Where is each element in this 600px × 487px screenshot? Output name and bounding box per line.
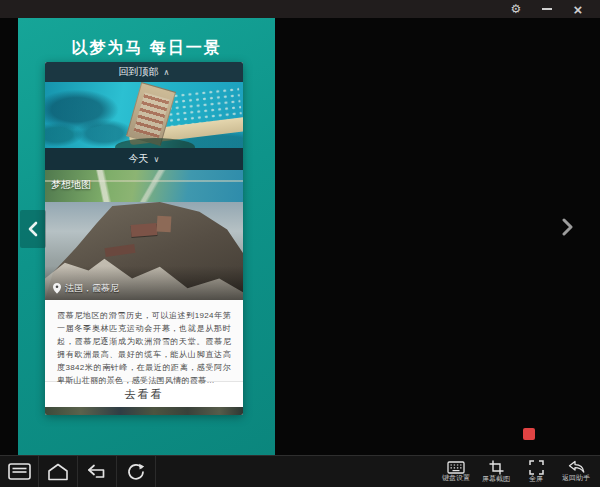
chevron-right-icon xyxy=(561,218,573,236)
today-selector[interactable]: 今天 ∨ xyxy=(45,148,243,170)
settings-gear-icon[interactable]: ⚙ xyxy=(508,2,524,16)
emulator-window: ⚙ × 以梦为马 每日一景 回到顶部 ∧ 今天 ∨ xyxy=(0,0,600,487)
return-assistant-label: 返回助手 xyxy=(562,475,590,482)
chevron-left-icon xyxy=(28,221,38,237)
sea-aerial-photo[interactable] xyxy=(45,82,243,148)
mountain-photo[interactable]: 法国，霞慕尼 xyxy=(45,202,243,300)
screenshot-button[interactable]: 屏幕截图 xyxy=(476,459,516,485)
location-text: 法国，霞慕尼 xyxy=(65,282,119,295)
prev-card-button[interactable] xyxy=(20,210,46,248)
card-bottom-photo-strip xyxy=(45,407,243,415)
mountain-building xyxy=(131,223,158,237)
keyboard-icon xyxy=(447,461,465,474)
window-titlebar: ⚙ × xyxy=(0,0,600,18)
close-button[interactable]: × xyxy=(570,2,586,16)
app-title: 以梦为马 每日一景 xyxy=(18,38,275,59)
back-to-top-label: 回到顶部 xyxy=(119,65,159,79)
scene-description: 霞慕尼地区的滑雪历史，可以追述到1924年第一届冬季奥林匹克运动会开幕，也就是从… xyxy=(45,300,243,381)
bottom-toolbar: 键盘设置 屏幕截图 全屏 xyxy=(0,455,600,487)
back-button[interactable] xyxy=(78,456,117,487)
keyboard-settings-button[interactable]: 键盘设置 xyxy=(436,460,476,484)
mountain-building xyxy=(157,216,172,233)
keyboard-settings-label: 键盘设置 xyxy=(442,475,470,482)
menu-icon xyxy=(8,463,31,480)
back-to-top-button[interactable]: 回到顶部 ∧ xyxy=(45,62,243,82)
fullscreen-icon xyxy=(529,460,544,475)
fullscreen-label: 全屏 xyxy=(529,476,543,483)
screenshot-label: 屏幕截图 xyxy=(482,476,510,483)
return-arrow-icon xyxy=(568,460,585,474)
nav-button-group xyxy=(0,456,156,487)
dream-map-photo[interactable]: 梦想地图 xyxy=(45,170,243,202)
utility-button-group: 键盘设置 屏幕截图 全屏 xyxy=(436,456,600,487)
return-assistant-button[interactable]: 返回助手 xyxy=(556,459,596,484)
minimize-icon xyxy=(542,8,552,10)
location-pin-icon xyxy=(53,283,61,294)
phone-screen: 以梦为马 每日一景 回到顶部 ∧ 今天 ∨ 梦想地图 xyxy=(18,18,275,455)
daily-scene-card: 回到顶部 ∧ 今天 ∨ 梦想地图 xyxy=(45,62,243,415)
crop-icon xyxy=(489,460,504,475)
today-label: 今天 xyxy=(129,152,149,166)
location-tag: 法国，霞慕尼 xyxy=(53,282,119,295)
dream-map-label: 梦想地图 xyxy=(51,178,91,192)
fullscreen-button[interactable]: 全屏 xyxy=(516,459,556,485)
refresh-button[interactable] xyxy=(117,456,156,487)
minimize-button[interactable] xyxy=(539,2,555,16)
back-arrow-icon xyxy=(87,464,108,479)
refresh-icon xyxy=(127,463,145,481)
chevron-down-icon: ∨ xyxy=(154,155,160,164)
next-card-button[interactable] xyxy=(554,208,580,246)
menu-button[interactable] xyxy=(0,456,39,487)
home-button[interactable] xyxy=(39,456,78,487)
chevron-up-icon: ∧ xyxy=(164,68,170,77)
red-marker xyxy=(523,428,535,440)
home-icon xyxy=(47,463,69,481)
